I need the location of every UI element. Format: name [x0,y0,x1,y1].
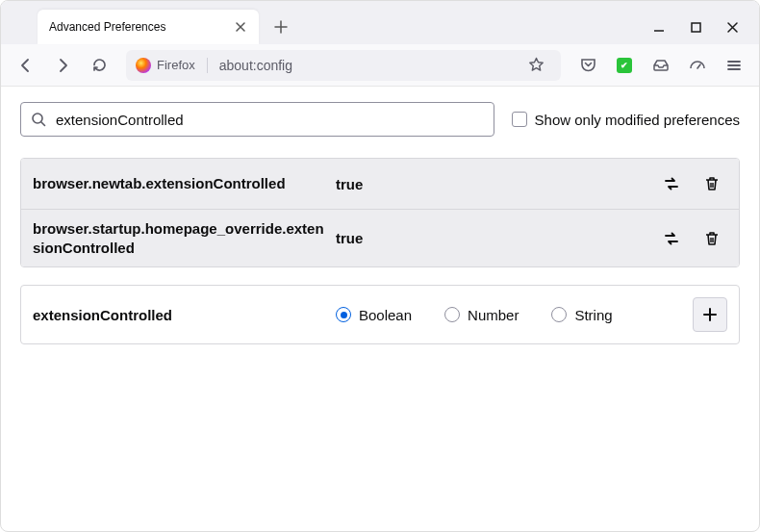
bookmark-star-icon[interactable] [520,50,551,81]
pref-name: browser.startup.homepage_override.extens… [33,219,326,257]
content: Show only modified preferences browser.n… [1,87,759,360]
maximize-icon[interactable] [688,19,703,35]
titlebar: Advanced Preferences [1,1,759,44]
close-icon[interactable] [234,20,247,34]
reload-button[interactable] [84,50,114,81]
radio-string[interactable]: String [551,307,612,323]
pref-list: browser.newtab.extensionControlled true … [20,158,740,267]
identity-box[interactable]: Firefox [136,58,195,73]
show-modified-toggle[interactable]: Show only modified preferences [512,112,740,128]
radio-number[interactable]: Number [444,307,519,323]
inbox-icon[interactable] [646,50,676,81]
back-button[interactable] [11,50,41,81]
radio-label: Number [468,307,519,323]
trash-icon[interactable] [697,168,727,199]
forward-button[interactable] [47,50,78,81]
toggle-icon[interactable] [656,168,687,199]
identity-label: Firefox [157,58,195,72]
radio-icon [336,307,351,322]
tab-active[interactable]: Advanced Preferences [38,10,259,44]
search-box[interactable] [20,102,494,137]
pref-value: true [336,176,646,192]
radio-icon [444,307,460,322]
firefox-icon [136,58,151,73]
type-radio-group: Boolean Number String [336,307,683,323]
pref-value: true [336,230,646,246]
add-button[interactable] [693,297,727,332]
pref-row[interactable]: browser.startup.homepage_override.extens… [21,209,739,266]
radio-boolean[interactable]: Boolean [336,307,412,323]
pref-actions [656,168,727,199]
radio-label: Boolean [359,307,412,323]
url-bar[interactable]: Firefox about:config [126,50,561,81]
menu-icon[interactable] [719,50,749,81]
window-controls [651,19,759,44]
minimize-icon[interactable] [651,19,667,35]
add-pref-panel: extensionControlled Boolean Number Strin… [20,285,740,344]
tab-label: Advanced Preferences [49,20,224,34]
radio-label: String [574,307,612,323]
url-text: about:config [219,58,513,73]
show-modified-label: Show only modified preferences [535,112,740,128]
pref-name: browser.newtab.extensionControlled [33,174,326,193]
add-pref-name: extensionControlled [33,307,326,323]
tab-bar: Advanced Preferences [1,1,651,44]
radio-icon [551,307,567,322]
window-close-icon[interactable] [724,19,740,35]
extension-icon[interactable] [609,50,640,81]
separator [207,58,208,73]
toggle-icon[interactable] [656,223,687,254]
svg-rect-0 [692,23,700,32]
trash-icon[interactable] [697,223,727,254]
nav-toolbar: Firefox about:config [1,44,759,87]
checkbox-icon[interactable] [512,112,527,127]
search-icon [31,112,46,127]
dashboard-icon[interactable] [682,50,713,81]
search-row: Show only modified preferences [20,102,740,137]
pref-row[interactable]: browser.newtab.extensionControlled true [21,159,739,209]
pref-actions [656,223,727,254]
search-input[interactable] [56,112,484,128]
new-tab-button[interactable] [266,13,295,41]
pocket-icon[interactable] [572,50,603,81]
